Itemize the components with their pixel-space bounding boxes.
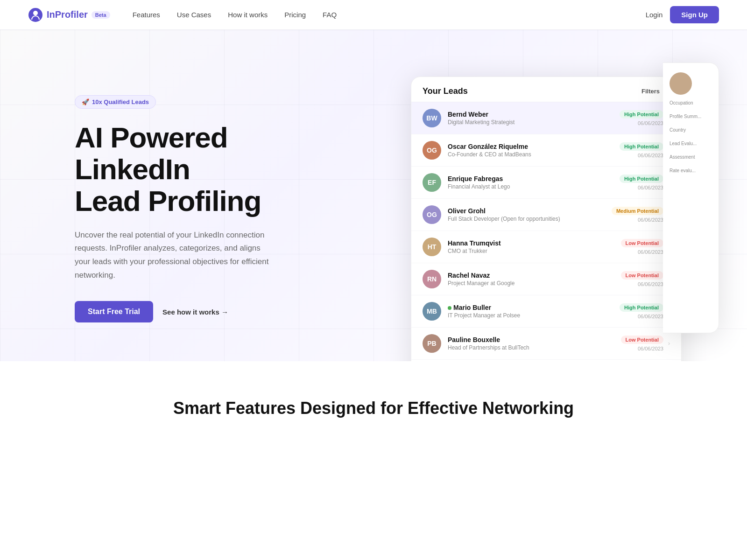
potential-badge: Low Potential (621, 336, 664, 344)
lead-row[interactable]: BWBernd WeberDigital Marketing Strategis… (411, 102, 681, 134)
logo-icon (28, 7, 43, 22)
lead-avatar: EF (423, 173, 441, 192)
lead-date: 06/06/2023 (638, 217, 663, 223)
lead-row[interactable]: MBMario BullerIT Project Manager at Pols… (411, 295, 681, 328)
chevron-icon: › (668, 340, 670, 347)
lead-date: 06/06/2023 (638, 346, 663, 351)
filters-label: Filters (641, 88, 660, 95)
online-indicator (448, 306, 451, 310)
see-how-link[interactable]: See how it works → (162, 308, 228, 316)
side-panel-label-occupation: Occupation (669, 100, 712, 105)
lead-date: 06/06/2023 (638, 185, 663, 190)
qualified-badge: 🚀 10x Qualified Leads (75, 95, 156, 109)
lead-avatar: PB (423, 334, 441, 353)
nav-features[interactable]: Features (133, 11, 160, 19)
badge-text: 10x Qualified Leads (92, 98, 149, 105)
hero-title: AI Powered LinkedIn Lead Profiling (75, 122, 317, 217)
lead-job-title: IT Project Manager at Polsee (448, 312, 620, 319)
lead-job-title: Full Stack Developer (Open for opportuni… (448, 216, 612, 222)
lead-name: Enrique Fabregas (448, 175, 620, 182)
lead-date: 06/06/2023 (638, 281, 663, 287)
lead-job-title: Co-Founder & CEO at MadBeans (448, 151, 620, 158)
signup-button[interactable]: Sign Up (670, 6, 719, 23)
lead-name: Hanna Trumqvist (448, 239, 621, 247)
nav-links: Features Use Cases How it works Pricing … (133, 11, 646, 19)
lead-job-title: Head of Partnerships at BullTech (448, 344, 621, 351)
lead-right: Medium Potential06/06/2023 (612, 207, 663, 223)
logo-text: InProfiler (47, 9, 88, 20)
nav-use-cases[interactable]: Use Cases (177, 11, 211, 19)
potential-badge: High Potential (620, 142, 663, 151)
lead-row[interactable]: RNRachel NavazProject Manager at GoogleL… (411, 263, 681, 295)
lead-avatar: OG (423, 141, 441, 160)
lead-info: Rachel NavazProject Manager at Google (448, 272, 621, 287)
lead-right: Low Potential06/06/2023 (621, 336, 664, 351)
lead-avatar: RN (423, 270, 441, 288)
nav-pricing[interactable]: Pricing (284, 11, 306, 19)
dashboard-card: Your Leads Filters BWBe (411, 77, 682, 361)
lead-name: Oliver Grohl (448, 207, 612, 215)
hero-actions: Start Free Trial See how it works → (75, 301, 317, 322)
hero-title-line2: Lead Profiling (75, 185, 261, 217)
bottom-title: Smart Features Designed for Effective Ne… (28, 399, 719, 418)
lead-info: Hanna TrumqvistCMO at Trukker (448, 239, 621, 254)
lead-rows-container: BWBernd WeberDigital Marketing Strategis… (411, 102, 681, 361)
dashboard-title: Your Leads (423, 86, 468, 96)
badge-emoji: 🚀 (82, 98, 89, 105)
lead-row[interactable]: OGOliver GrohlFull Stack Developer (Open… (411, 199, 681, 231)
potential-badge: High Potential (620, 110, 663, 119)
side-panel-label-profile: Profile Summ... (669, 114, 712, 119)
hero-description: Uncover the real potential of your Linke… (75, 229, 271, 283)
lead-avatar: BW (423, 109, 441, 127)
lead-job-title: Project Manager at Google (448, 280, 621, 287)
hero-right: Your Leads Filters BWBe (317, 67, 719, 333)
lead-row[interactable]: OGOscar González RiquelmeCo-Founder & CE… (411, 134, 681, 167)
lead-job-title: Financial Analyst at Lego (448, 183, 620, 190)
hero-left: 🚀 10x Qualified Leads AI Powered LinkedI… (75, 67, 317, 322)
side-panel-label-assessment: Assessment (669, 154, 712, 160)
lead-right: High Potential06/06/2023 (620, 142, 663, 158)
side-panel-avatar (669, 72, 692, 95)
lead-row[interactable]: EFEnrique FabregasFinancial Analyst at L… (411, 167, 681, 199)
lead-right: High Potential06/06/2023 (620, 175, 663, 190)
hero-section: 🚀 10x Qualified Leads AI Powered LinkedI… (0, 30, 747, 361)
side-panel-label-country: Country (669, 127, 712, 133)
lead-info: Mario BullerIT Project Manager at Polsee (448, 304, 620, 319)
lead-date: 06/06/2023 (638, 153, 663, 158)
lead-date: 06/06/2023 (638, 120, 663, 126)
nav-right: Login Sign Up (646, 6, 719, 23)
lead-row[interactable]: HTHanna TrumqvistCMO at TrukkerLow Poten… (411, 231, 681, 263)
potential-badge: High Potential (620, 303, 663, 312)
lead-name: Oscar González Riquelme (448, 143, 620, 150)
lead-right: Low Potential06/06/2023 (621, 239, 664, 255)
lead-info: Oliver GrohlFull Stack Developer (Open f… (448, 207, 612, 222)
lead-right: High Potential06/06/2023 (620, 110, 663, 126)
potential-badge: Medium Potential (612, 207, 663, 215)
beta-badge: Beta (92, 11, 110, 19)
logo-area: InProfiler Beta (28, 7, 110, 22)
potential-badge: Low Potential (621, 239, 664, 247)
login-button[interactable]: Login (646, 11, 663, 19)
lead-name: Pauline Bouxelle (448, 336, 621, 343)
navbar: InProfiler Beta Features Use Cases How i… (0, 0, 747, 30)
hero-title-line1: AI Powered LinkedIn (75, 121, 228, 185)
lead-job-title: CMO at Trukker (448, 248, 621, 254)
lead-info: Pauline BouxelleHead of Partnerships at … (448, 336, 621, 351)
lead-avatar: OG (423, 205, 441, 224)
bottom-section: Smart Features Designed for Effective Ne… (0, 361, 747, 446)
potential-badge: High Potential (620, 175, 663, 183)
side-panel: Occupation Profile Summ... Country Lead … (663, 63, 719, 333)
dashboard-container: Your Leads Filters BWBe (411, 63, 719, 333)
lead-date: 06/06/2023 (638, 249, 663, 255)
lead-info: Oscar González RiquelmeCo-Founder & CEO … (448, 143, 620, 158)
lead-right: High Potential06/06/2023 (620, 303, 663, 319)
nav-how-it-works[interactable]: How it works (228, 11, 268, 19)
lead-name: Mario Buller (448, 304, 620, 311)
lead-row[interactable]: KDKevin DanielsHR Manager at BloomMedium… (411, 360, 681, 361)
nav-faq[interactable]: FAQ (323, 11, 337, 19)
start-trial-button[interactable]: Start Free Trial (75, 301, 153, 322)
side-panel-label-lead-eval: Lead Evalu... (669, 141, 712, 146)
potential-badge: Low Potential (621, 271, 664, 280)
lead-row[interactable]: PBPauline BouxelleHead of Partnerships a… (411, 328, 681, 360)
lead-avatar: HT (423, 238, 441, 256)
